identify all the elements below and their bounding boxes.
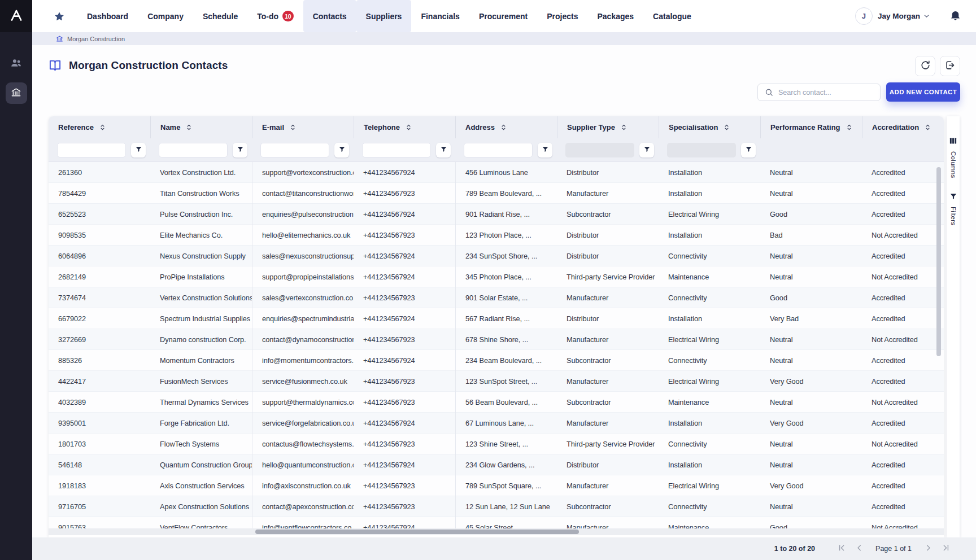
- chevron-down-icon[interactable]: [923, 12, 930, 20]
- sort-icon[interactable]: [924, 124, 931, 131]
- cell-specialisation: Connectivity: [659, 287, 760, 308]
- table-row[interactable]: 7374674Vertex Construction Solutions...s…: [49, 287, 944, 308]
- export-button[interactable]: [940, 56, 960, 76]
- cell-specialisation: Connectivity: [659, 434, 760, 454]
- filter-button-address[interactable]: [538, 143, 552, 158]
- first-page-button[interactable]: [834, 541, 849, 556]
- table-row[interactable]: 2682149ProPipe Installationssupport@prop…: [49, 266, 944, 287]
- column-header-label: Specialisation: [669, 123, 718, 132]
- breadcrumb[interactable]: Morgan Construction: [32, 32, 976, 45]
- user-name[interactable]: Jay Morgan: [878, 12, 920, 20]
- sort-icon[interactable]: [723, 124, 730, 131]
- column-header-telephone[interactable]: Telephone: [354, 116, 455, 138]
- table-row[interactable]: 6679022Spectrum Industrial Suppliesenqui…: [49, 308, 944, 329]
- table-row[interactable]: 3272669Dynamo construction Corp.contact@…: [49, 329, 944, 350]
- sidebar-item-contacts[interactable]: [10, 57, 22, 71]
- cell-accreditation: Accredited: [862, 350, 944, 371]
- table-row[interactable]: 546148Quantum Construction Group...hello…: [49, 454, 944, 475]
- favourites-star-icon[interactable]: [49, 11, 69, 22]
- filter-input-address[interactable]: [464, 143, 533, 158]
- sort-icon[interactable]: [185, 124, 193, 131]
- cell-telephone: +441234567924: [354, 454, 455, 475]
- nav-item-to-do[interactable]: To-do10: [247, 0, 303, 32]
- horizontal-scrollbar[interactable]: [49, 528, 944, 535]
- table-row[interactable]: 1918183Axis Construction Servicesinfo@ax…: [49, 475, 944, 496]
- column-header-label: Name: [160, 123, 180, 132]
- filter-button-telephone[interactable]: [436, 143, 451, 158]
- column-header-supplier-type[interactable]: Supplier Type: [557, 116, 659, 138]
- table-row[interactable]: 9098535Elite Mechanics Co.hello@elitemec…: [49, 225, 944, 246]
- nav-item-packages[interactable]: Packages: [587, 0, 643, 32]
- notifications-bell-icon[interactable]: [949, 10, 961, 22]
- column-header-reference[interactable]: Reference: [49, 116, 150, 138]
- cell-accreditation: Accredited: [862, 454, 944, 475]
- cell-address: 345 Photon Place, ...: [455, 266, 557, 287]
- sort-icon[interactable]: [620, 124, 628, 131]
- filter-select-supplier-type[interactable]: [565, 143, 634, 158]
- column-header-specialisation[interactable]: Specialisation: [659, 116, 760, 138]
- filter-button-supplier-type[interactable]: [639, 143, 654, 158]
- table-row[interactable]: 261360Vortex Construction Ltd.support@vo…: [49, 162, 944, 183]
- table-row[interactable]: 885326Momentum Contractorsinfo@momentumc…: [49, 350, 944, 371]
- filter-input-name[interactable]: [159, 143, 228, 158]
- add-new-contact-button[interactable]: ADD NEW CONTACT: [886, 82, 960, 102]
- table-row[interactable]: 7854429Titan Construction Workscontact@t…: [49, 183, 944, 204]
- cell-accreditation: Accredited: [862, 162, 944, 183]
- filter-button-specialisation[interactable]: [741, 143, 756, 158]
- next-page-button[interactable]: [921, 541, 935, 556]
- table-row[interactable]: 9716705Apex Construction Solutionscontac…: [49, 496, 944, 517]
- columns-panel-toggle[interactable]: Columns: [949, 137, 957, 178]
- app-logo[interactable]: [0, 0, 32, 32]
- prev-page-button[interactable]: [852, 541, 866, 556]
- search-input[interactable]: [778, 89, 880, 97]
- nav-item-financials[interactable]: Financials: [411, 0, 469, 32]
- cell-supplier-type: Manufacturer: [557, 371, 659, 392]
- filter-button-name[interactable]: [233, 143, 247, 158]
- nav-item-contacts[interactable]: Contacts: [303, 0, 356, 32]
- sort-icon[interactable]: [846, 124, 853, 131]
- filter-input-e-mail[interactable]: [260, 143, 329, 158]
- filters-panel-toggle[interactable]: Filters: [949, 193, 957, 225]
- sort-icon[interactable]: [500, 124, 507, 131]
- table-row[interactable]: 9395001Forge Fabrication Ltd.service@for…: [49, 413, 944, 434]
- cell-specialisation: Installation: [659, 162, 760, 183]
- sidebar-item-company[interactable]: [6, 82, 27, 104]
- sort-icon[interactable]: [289, 124, 297, 131]
- column-header-e-mail[interactable]: E-mail: [252, 116, 354, 138]
- cell-name: Thermal Dynamics Services: [150, 392, 252, 413]
- table-row[interactable]: 1801703FlowTech Systemscontactus@flowtec…: [49, 434, 944, 454]
- filter-input-telephone[interactable]: [362, 143, 431, 158]
- column-header-accreditation[interactable]: Accreditation: [862, 116, 944, 138]
- table-row[interactable]: 4422417FusionMech Servicesservice@fusion…: [49, 371, 944, 392]
- column-header-name[interactable]: Name: [150, 116, 252, 138]
- nav-item-schedule[interactable]: Schedule: [193, 0, 247, 32]
- filter-button-reference[interactable]: [131, 143, 146, 158]
- sort-icon[interactable]: [405, 124, 412, 131]
- filter-input-reference[interactable]: [57, 143, 126, 158]
- table-row[interactable]: 6064896Nexus Construction Supplysales@ne…: [49, 246, 944, 266]
- horizontal-scrollbar-thumb[interactable]: [255, 530, 579, 534]
- nav-item-catalogue[interactable]: Catalogue: [643, 0, 701, 32]
- cell-telephone: +441234567923: [354, 287, 455, 308]
- filter-select-specialisation[interactable]: [667, 143, 736, 158]
- nav-item-label: To-do: [257, 12, 278, 21]
- nav-item-suppliers[interactable]: Suppliers: [356, 0, 412, 32]
- sort-icon[interactable]: [99, 124, 106, 131]
- nav-item-dashboard[interactable]: Dashboard: [77, 0, 138, 32]
- cell-reference: 6525523: [49, 204, 150, 225]
- refresh-button[interactable]: [915, 56, 935, 76]
- nav-item-company[interactable]: Company: [138, 0, 193, 32]
- filter-button-e-mail[interactable]: [334, 143, 349, 158]
- table-side-rail: Columns Filters: [947, 116, 960, 537]
- nav-item-projects[interactable]: Projects: [537, 0, 587, 32]
- table-row[interactable]: 4032389Thermal Dynamics Servicessupport@…: [49, 392, 944, 413]
- table-row[interactable]: 6525523Pulse Construction Inc.enquiries@…: [49, 204, 944, 225]
- column-header-address[interactable]: Address: [455, 116, 557, 138]
- last-page-button[interactable]: [938, 541, 953, 556]
- vertical-scrollbar-thumb[interactable]: [936, 167, 941, 356]
- vertical-scrollbar[interactable]: [936, 167, 941, 528]
- column-header-performance-rating[interactable]: Performance Rating: [760, 116, 862, 138]
- cell-e-mail: service@fusionmech.co.uk: [252, 371, 354, 392]
- nav-item-procurement[interactable]: Procurement: [469, 0, 537, 32]
- avatar[interactable]: J: [855, 7, 873, 25]
